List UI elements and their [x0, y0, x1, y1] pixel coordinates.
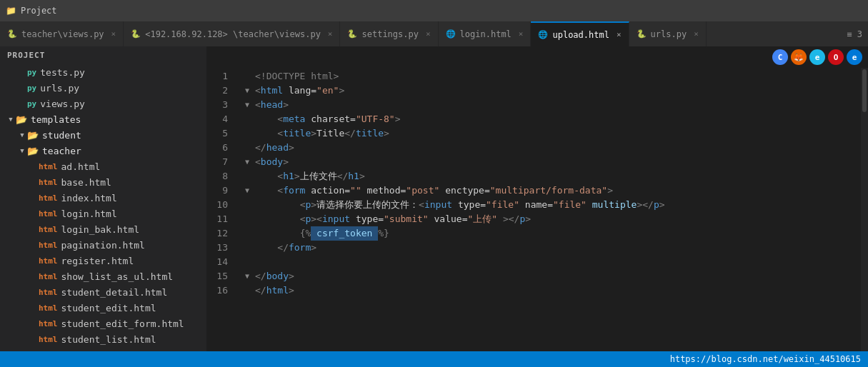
sidebar-item-teacher-folder[interactable]: ▼📂teacher	[0, 143, 206, 159]
tree-item-icon: 📂	[27, 146, 39, 156]
code-token: </	[642, 198, 654, 212]
tree-item-icon: html	[39, 161, 58, 171]
sidebar-item-show-list[interactable]: htmlshow_list_as_ul.html	[0, 268, 206, 284]
code-token: <!DOCTYPE html>	[255, 69, 339, 84]
sidebar-item-login[interactable]: htmllogin.html	[0, 206, 206, 221]
code-token: body	[261, 155, 283, 169]
sidebar-item-urls[interactable]: pyurls.py	[0, 80, 206, 96]
tree-item-label: show_list_as_ul.html	[61, 271, 174, 282]
tab-tab-upload[interactable]: 🌐upload.html×	[531, 21, 629, 46]
code-line[interactable]: {% csrf_token %}	[245, 226, 861, 241]
code-line[interactable]: ▼<html lang="en">	[245, 84, 861, 98]
opera-icon[interactable]: O	[828, 49, 844, 65]
firefox-icon[interactable]: 🦊	[791, 49, 807, 65]
sidebar-item-student-edit-form[interactable]: htmlstudent_edit_form.html	[0, 316, 206, 331]
code-line[interactable]: <p>请选择你要上传的文件：<input type="file" name="f…	[245, 198, 861, 212]
code-token: multiple	[587, 198, 637, 212]
code-line[interactable]: </form>	[245, 241, 861, 255]
code-area[interactable]: 12345678910111213141516 <!DOCTYPE html>▼…	[207, 68, 868, 351]
sidebar-item-views[interactable]: pyviews.py	[0, 96, 206, 111]
ie-icon[interactable]: e	[809, 49, 825, 65]
sidebar-tree[interactable]: pytests.pypyurls.pypyviews.py▼📂templates…	[0, 64, 206, 351]
code-token: lang=	[283, 84, 316, 98]
tab-bar: 🐍teacher\views.py×🐍<192.168.92.128> \tea…	[0, 21, 868, 46]
code-token: </	[509, 212, 520, 226]
tree-item-label: login_bak.html	[61, 224, 140, 235]
code-token: >	[289, 283, 294, 298]
code-line[interactable]: <!DOCTYPE html>	[245, 69, 861, 84]
title-bar-title: Project	[21, 6, 57, 16]
collapse-arrow	[245, 198, 255, 212]
collapse-arrow	[245, 141, 255, 155]
code-token: <	[255, 155, 261, 169]
code-token: <	[255, 84, 261, 98]
collapse-arrow[interactable]: ▼	[245, 269, 255, 283]
sidebar-item-ad[interactable]: htmlad.html	[0, 159, 206, 174]
collapse-arrow[interactable]: ▼	[245, 184, 255, 198]
sidebar-item-base[interactable]: htmlbase.html	[0, 174, 206, 190]
sidebar-item-tests[interactable]: pytests.py	[0, 64, 206, 80]
collapse-arrow[interactable]: ▼	[245, 84, 255, 98]
code-token: </	[255, 141, 266, 155]
code-line[interactable]: </head>	[245, 141, 861, 155]
tab-tab-settings[interactable]: 🐍settings.py×	[340, 21, 438, 46]
chrome-icon[interactable]: C	[772, 49, 788, 65]
sidebar-item-login-bak[interactable]: htmllogin_bak.html	[0, 221, 206, 237]
code-token: >	[359, 169, 365, 184]
tab-label: login.html	[460, 29, 512, 39]
line-number: 1	[207, 69, 234, 84]
line-number: 9	[207, 184, 234, 198]
sidebar-item-pagination[interactable]: htmlpagination.html	[0, 237, 206, 253]
code-token: >	[289, 141, 294, 155]
tab-tab-teacher-views[interactable]: 🐍teacher\views.py×	[0, 21, 124, 46]
sidebar-item-index[interactable]: htmlindex.html	[0, 190, 206, 206]
scrollbar-thumb[interactable]	[862, 69, 867, 112]
code-token: >	[607, 184, 613, 198]
code-content[interactable]: <!DOCTYPE html>▼<html lang="en">▼<head> …	[239, 68, 861, 351]
code-token: Title	[316, 126, 344, 141]
sidebar-item-templates[interactable]: ▼📂templates	[0, 111, 206, 127]
code-line[interactable]	[245, 255, 861, 269]
tab-close-button[interactable]: ×	[328, 29, 333, 39]
code-line[interactable]: ▼ <form action="" method="post" enctype=…	[245, 184, 861, 198]
code-token: <	[300, 198, 306, 212]
sidebar-item-student-list[interactable]: htmlstudent_list.html	[0, 331, 206, 347]
code-token	[255, 212, 300, 226]
tab-tab-login[interactable]: 🌐login.html×	[439, 21, 532, 46]
code-token: type=	[452, 198, 486, 212]
tab-close-button[interactable]: ×	[617, 30, 622, 39]
edge-icon[interactable]: e	[847, 49, 862, 65]
code-line[interactable]: <title>Title</title>	[245, 126, 861, 141]
tree-item-label: teacher	[42, 146, 81, 156]
sidebar-item-student-folder[interactable]: ▼📂student	[0, 127, 206, 143]
code-line[interactable]: ▼<head>	[245, 98, 861, 112]
collapse-arrow	[245, 169, 255, 184]
code-line[interactable]: <p><input type="submit" value="上传" ></p>	[245, 212, 861, 226]
status-bar: https://blog.csdn.net/weixin_44510615	[0, 351, 868, 367]
vertical-scrollbar[interactable]	[861, 68, 868, 351]
tab-close-button[interactable]: ×	[694, 29, 699, 39]
code-token: "UTF-8"	[356, 112, 395, 126]
code-line[interactable]: ▼<body>	[245, 155, 861, 169]
code-token: html	[261, 84, 283, 98]
tab-tab-remote-views[interactable]: 🐍<192.168.92.128> \teacher\views.py×	[124, 21, 340, 46]
tab-close-button[interactable]: ×	[426, 29, 431, 39]
code-line[interactable]: <meta charset="UTF-8">	[245, 112, 861, 126]
tab-close-button[interactable]: ×	[111, 29, 116, 39]
collapse-arrow[interactable]: ▼	[245, 98, 255, 112]
tree-item-icon: html	[39, 224, 58, 234]
collapse-arrow[interactable]: ▼	[245, 155, 255, 169]
code-token: %}	[378, 226, 389, 241]
sidebar-item-register[interactable]: htmlregister.html	[0, 253, 206, 268]
code-line[interactable]: ▼</body>	[245, 269, 861, 283]
sidebar-item-student-detail[interactable]: htmlstudent_detail.html	[0, 284, 206, 300]
sidebar-item-student-edit[interactable]: htmlstudent_edit.html	[0, 300, 206, 316]
line-number: 14	[207, 255, 234, 269]
tree-item-icon: html	[39, 256, 58, 266]
tab-tab-urls[interactable]: 🐍urls.py×	[629, 21, 707, 46]
tab-close-button[interactable]: ×	[519, 29, 524, 39]
code-line[interactable]: <h1>上传文件</h1>	[245, 169, 861, 184]
code-line[interactable]: </html>	[245, 283, 861, 298]
tab-more-button[interactable]: ≡ 3	[841, 21, 868, 46]
code-token	[255, 198, 300, 212]
